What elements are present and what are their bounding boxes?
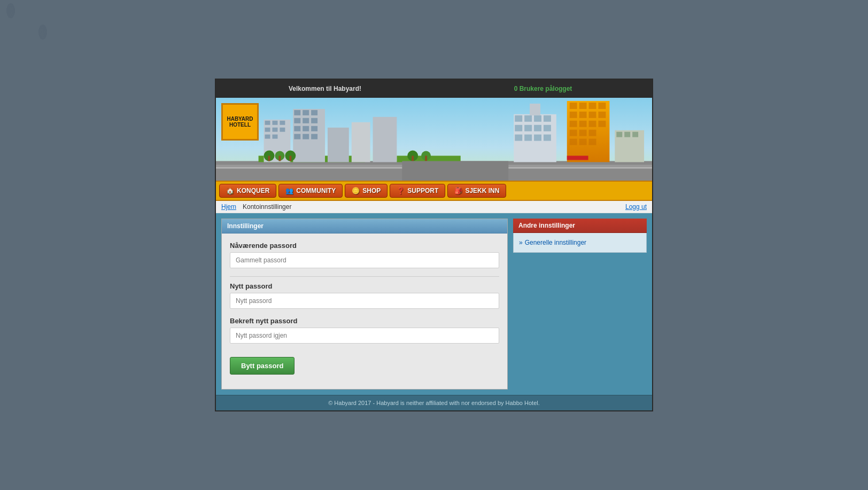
svg-rect-52	[524, 134, 532, 141]
svg-rect-53	[534, 134, 541, 141]
svg-rect-40	[425, 155, 427, 161]
nav-item-konquer[interactable]: 🏠 KONQUER	[219, 184, 276, 198]
confirm-password-input[interactable]	[230, 328, 499, 344]
svg-rect-13	[265, 134, 270, 138]
svg-rect-43	[515, 115, 522, 122]
svg-rect-55	[530, 104, 540, 115]
svg-rect-11	[273, 127, 278, 131]
svg-rect-47	[515, 125, 522, 131]
main-wrapper: Velkommen til Habyard! 0 Brukere pålogge…	[215, 79, 653, 411]
svg-rect-34	[278, 155, 281, 161]
city-scene	[216, 98, 652, 181]
svg-rect-57	[570, 103, 577, 109]
svg-rect-67	[589, 121, 596, 127]
svg-rect-30	[373, 117, 397, 162]
nav-item-shop[interactable]: 🪙 SHOP	[345, 184, 387, 198]
welcome-text: Velkommen til Habyard!	[216, 85, 434, 92]
nav-item-sjekk[interactable]: 🎒 SJEKK INN	[447, 184, 506, 198]
svg-rect-16	[294, 110, 300, 115]
svg-rect-63	[589, 112, 596, 118]
svg-rect-19	[294, 118, 300, 123]
svg-rect-65	[570, 121, 577, 127]
hero-banner: HABYARD HOTELL	[216, 98, 652, 181]
svg-rect-50	[544, 125, 551, 131]
svg-rect-14	[273, 134, 278, 138]
svg-rect-58	[579, 103, 587, 109]
svg-rect-75	[567, 155, 588, 160]
support-icon: ❓	[397, 187, 405, 195]
svg-rect-10	[265, 127, 270, 131]
nav-item-support[interactable]: ❓ SUPPORT	[390, 184, 445, 198]
nav-item-community[interactable]: 👥 COMMUNITY	[278, 184, 343, 198]
svg-rect-78	[624, 131, 630, 137]
sjekk-icon: 🎒	[454, 187, 462, 195]
side-panel: Andre innstillinger » Generelle innstill…	[513, 219, 647, 390]
side-panel-body: » Generelle innstillinger	[513, 233, 647, 253]
svg-rect-49	[534, 125, 541, 131]
logout-link[interactable]: Logg ut	[625, 203, 647, 211]
main-panel: Innstillinger Nåværende passord Nytt pas…	[221, 219, 508, 390]
main-panel-header: Innstillinger	[222, 219, 507, 234]
svg-rect-24	[311, 126, 317, 131]
svg-rect-38	[412, 155, 414, 161]
community-icon: 👥	[285, 187, 293, 195]
svg-rect-7	[265, 121, 270, 125]
svg-rect-45	[534, 115, 541, 122]
content-area: Innstillinger Nåværende passord Nytt pas…	[216, 213, 652, 395]
svg-rect-27	[311, 134, 317, 139]
community-label: COMMUNITY	[296, 187, 336, 195]
site-logo: HABYARD HOTELL	[221, 103, 259, 141]
logo-text: HABYARD HOTELL	[227, 116, 253, 128]
new-password-input[interactable]	[230, 293, 499, 309]
svg-rect-18	[311, 110, 317, 115]
svg-rect-46	[544, 115, 551, 122]
svg-rect-72	[570, 138, 577, 145]
svg-rect-41	[402, 161, 508, 181]
shop-label: SHOP	[362, 187, 381, 195]
breadcrumb-current: Kontoinnstillinger	[243, 203, 291, 211]
svg-rect-68	[598, 121, 606, 127]
svg-rect-21	[311, 118, 317, 123]
breadcrumb: Hjem Kontoinnstillinger	[221, 203, 291, 211]
svg-rect-22	[294, 126, 300, 131]
main-panel-body: Nåværende passord Nytt passord Bekreft n…	[222, 234, 507, 383]
current-password-label: Nåværende passord	[230, 242, 499, 250]
svg-rect-66	[579, 121, 587, 127]
svg-rect-29	[352, 122, 370, 162]
konquer-label: KONQUER	[237, 187, 269, 195]
separator-1	[230, 276, 499, 277]
sjekk-label: SJEKK INN	[465, 187, 499, 195]
svg-rect-69	[570, 129, 577, 136]
current-password-section: Nåværende passord	[230, 242, 499, 268]
breadcrumb-home-link[interactable]: Hjem	[221, 203, 236, 211]
svg-rect-79	[632, 131, 638, 137]
konquer-icon: 🏠	[226, 187, 234, 195]
footer: © Habyard 2017 - Habyard is neither affi…	[216, 395, 652, 410]
svg-rect-28	[328, 127, 349, 162]
svg-rect-17	[303, 110, 309, 115]
svg-rect-51	[515, 134, 522, 141]
new-password-label: Nytt passord	[230, 282, 499, 290]
support-label: SUPPORT	[407, 187, 438, 195]
svg-rect-36	[289, 155, 291, 161]
svg-rect-71	[589, 129, 596, 136]
confirm-password-section: Bekreft nytt passord	[230, 317, 499, 344]
general-settings-label: Generelle innstillinger	[525, 239, 586, 246]
svg-rect-77	[616, 131, 622, 137]
top-bar: Velkommen til Habyard! 0 Brukere pålogge…	[216, 80, 652, 98]
breadcrumb-bar: Hjem Kontoinnstillinger Logg ut	[216, 201, 652, 213]
current-password-input[interactable]	[230, 252, 499, 268]
submit-password-button[interactable]: Bytt passord	[230, 357, 294, 375]
shop-icon: 🪙	[352, 187, 360, 195]
svg-rect-44	[524, 115, 532, 122]
svg-rect-60	[598, 103, 606, 109]
svg-rect-9	[280, 121, 285, 125]
general-settings-link[interactable]: » Generelle innstillinger	[519, 237, 641, 248]
svg-rect-8	[273, 121, 278, 125]
svg-rect-73	[579, 138, 587, 145]
svg-rect-26	[303, 134, 309, 139]
confirm-password-label: Bekreft nytt passord	[230, 317, 499, 325]
arrow-icon: »	[519, 239, 523, 246]
svg-rect-20	[303, 118, 309, 123]
svg-rect-12	[280, 127, 285, 131]
